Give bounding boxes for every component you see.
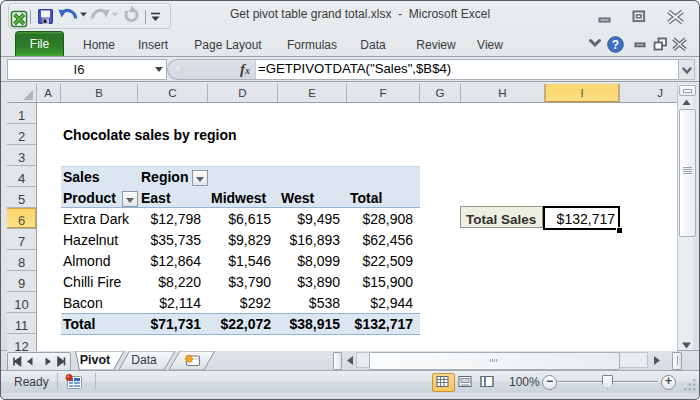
svg-text:?: ?: [612, 38, 619, 52]
